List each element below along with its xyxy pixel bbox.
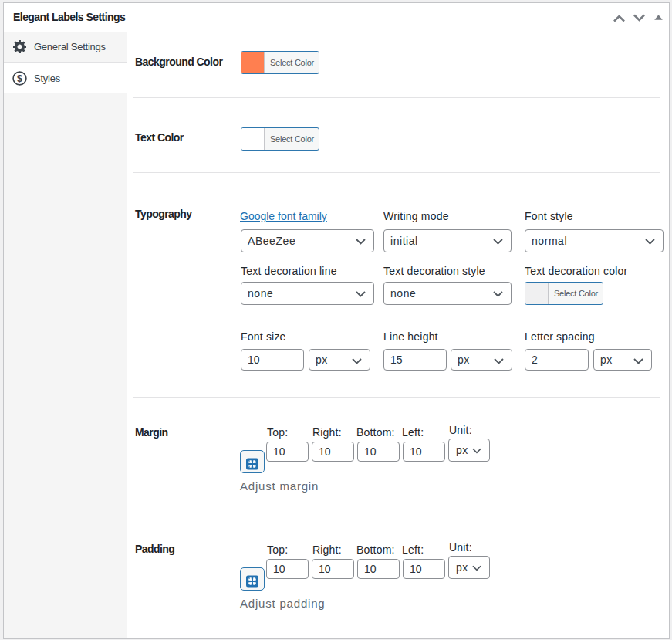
- svg-text:$: $: [17, 73, 22, 84]
